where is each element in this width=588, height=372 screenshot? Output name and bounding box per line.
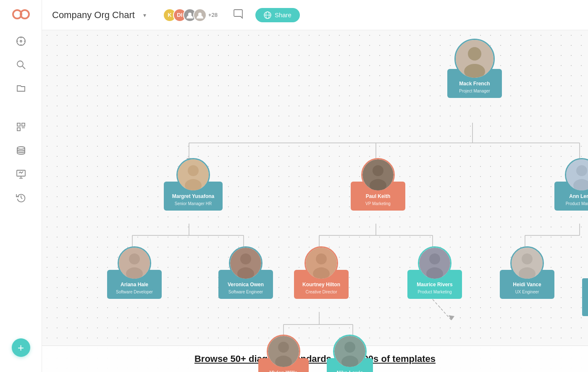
role-margret: Senior Manager HR: [169, 201, 218, 206]
node-niko[interactable]: Niko Lewis: [327, 335, 373, 372]
name-ann: Ann Leroy: [559, 193, 588, 200]
database-icon[interactable]: [15, 145, 27, 156]
svg-point-74: [278, 342, 289, 353]
main-area: Company Org Chart ▾ K DI +28 Share: [42, 0, 588, 372]
name-paul: Paul Keith: [356, 193, 400, 200]
name-niko: Niko Lewis: [332, 370, 368, 372]
svg-marker-45: [449, 315, 454, 320]
svg-point-53: [373, 165, 383, 176]
logo[interactable]: [12, 7, 30, 24]
svg-line-9: [22, 66, 25, 69]
sidebar: +: [0, 0, 42, 372]
svg-point-8: [17, 61, 23, 67]
add-button[interactable]: +: [12, 338, 30, 357]
role-heidi: UX Engineer: [505, 289, 549, 295]
avatar-4: [193, 8, 207, 22]
svg-rect-14: [17, 128, 20, 131]
photo-ariana: [118, 246, 151, 280]
role-ann: Product Manager: [559, 201, 588, 206]
title-dropdown[interactable]: ▾: [143, 12, 146, 18]
svg-point-56: [576, 165, 587, 176]
node-veronica[interactable]: Veronica Owen Software Engineer: [218, 246, 273, 299]
node-heidi[interactable]: Heidi Vance UX Engineer: [500, 246, 554, 299]
photo-vivien: [267, 335, 300, 368]
svg-point-77: [344, 342, 355, 353]
node-kourtney[interactable]: Kourtney Hilton Creative Director: [294, 246, 349, 299]
svg-point-68: [429, 253, 440, 264]
name-maurice: Maurice Rivers: [412, 282, 457, 288]
history-icon[interactable]: [15, 192, 27, 203]
node-mack-french[interactable]: Mack French Project Manager: [447, 39, 502, 98]
node-paul[interactable]: Paul Keith VP Marketing: [351, 158, 405, 211]
role-ariana: Software Developer: [112, 289, 157, 295]
page-title: Company Org Chart: [52, 10, 135, 21]
photo-kourtney: [304, 246, 338, 280]
photo-paul: [361, 158, 395, 192]
photo-margret: [176, 158, 210, 192]
name-kourtney: Kourtney Hilton: [299, 282, 344, 288]
photo-veronica: [229, 246, 262, 280]
svg-rect-10: [17, 123, 20, 126]
bottom-banner: Browse 50+ diagram standards and 1000s o…: [42, 346, 588, 372]
search-icon[interactable]: [15, 59, 27, 71]
svg-point-15: [17, 147, 25, 149]
role-mack-french: Project Manager: [452, 88, 497, 94]
svg-rect-11: [22, 123, 25, 126]
node-margret[interactable]: Margret Yusafona Senior Manager HR: [164, 158, 223, 211]
svg-point-59: [129, 253, 140, 264]
name-margret: Margret Yusafona: [169, 193, 218, 200]
collaborators-avatars: K DI +28: [163, 8, 218, 22]
node-maurice[interactable]: Maurice Rivers Product Marketing: [407, 246, 462, 299]
role-paul: VP Marketing: [356, 201, 400, 206]
node-ann[interactable]: Ann Leroy Product Manager: [554, 158, 588, 211]
org-chart-canvas[interactable]: Mack French Project Manager Margret Yusa…: [42, 30, 588, 372]
folder-icon[interactable]: [15, 82, 27, 94]
comment-button[interactable]: [233, 8, 244, 22]
header: Company Org Chart ▾ K DI +28 Share: [42, 0, 588, 30]
avatar-count: +28: [208, 12, 218, 18]
browse-link[interactable]: Browse 50+ diagram standards and 1000s o…: [194, 354, 436, 364]
svg-point-71: [522, 253, 533, 264]
share-label: Share: [275, 11, 291, 18]
share-button[interactable]: Share: [255, 8, 300, 22]
photo-maurice: [418, 246, 452, 280]
svg-line-44: [433, 299, 452, 320]
edge-box: [582, 278, 588, 316]
svg-point-50: [188, 165, 199, 176]
photo-mack-french: [454, 39, 495, 79]
name-vivien: Vivien Wills: [263, 370, 304, 372]
role-veronica: Software Engineer: [223, 289, 268, 295]
role-kourtney: Creative Director: [299, 289, 344, 295]
svg-point-3: [20, 40, 22, 42]
svg-point-62: [240, 253, 251, 264]
name-veronica: Veronica Owen: [223, 282, 268, 288]
compass-icon[interactable]: [15, 35, 27, 47]
template-icon[interactable]: [15, 121, 27, 133]
photo-heidi: [510, 246, 544, 280]
svg-point-47: [468, 47, 481, 61]
name-ariana: Ariana Hale: [112, 282, 157, 288]
name-mack-french: Mack French: [452, 81, 497, 87]
present-icon[interactable]: [15, 168, 27, 180]
svg-point-65: [316, 253, 327, 264]
role-maurice: Product Marketing: [412, 289, 457, 295]
connectors-svg: [42, 30, 588, 372]
name-heidi: Heidi Vance: [505, 282, 549, 288]
photo-niko: [333, 335, 367, 368]
node-ariana[interactable]: Ariana Hale Software Developer: [107, 246, 162, 299]
